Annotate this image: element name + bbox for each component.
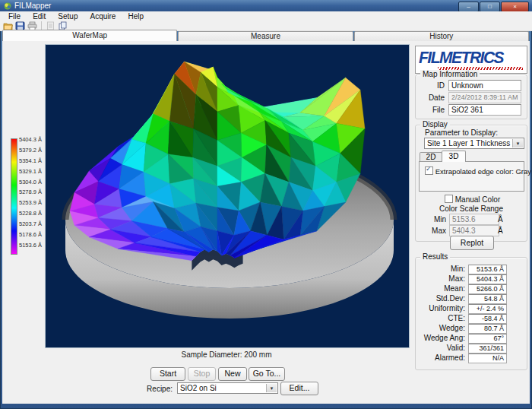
close-button[interactable]: ×: [501, 2, 529, 12]
file-label: File: [417, 106, 445, 114]
edge-color-label: Extrapolated edge color: Gray: [435, 167, 531, 176]
print-icon[interactable]: [27, 21, 37, 30]
menu-bar: FileEditSetupAcquireHelp: [0, 11, 532, 21]
parameter-value: Site 1 Layer 1 Thickness: [427, 139, 510, 147]
menu-acquire[interactable]: Acquire: [84, 12, 122, 21]
file-field[interactable]: SiO2 361: [448, 104, 521, 116]
date-field: 2/24/2012 8:39:11 AM: [448, 92, 521, 103]
scale-max-unit: Å: [498, 227, 508, 235]
sample-diameter-caption: Sample Diameter: 200 mm: [45, 350, 408, 359]
replot-button[interactable]: Replot: [450, 236, 494, 250]
tab-3d[interactable]: 3D: [442, 151, 466, 162]
chevron-down-icon[interactable]: ▼: [512, 139, 523, 147]
menu-file[interactable]: File: [2, 12, 27, 21]
results-title: Results: [420, 252, 450, 261]
app-icon: [4, 2, 11, 10]
result-label: Wedge Ang:: [417, 334, 465, 342]
result-value: 5404.3 Å: [468, 274, 507, 284]
result-label: Uniformity:: [417, 304, 465, 312]
toolbar-separator: [41, 21, 42, 30]
title-bar: FILMapper –□×: [0, 0, 532, 11]
result-label: Alarmed:: [417, 354, 465, 362]
parameter-combobox[interactable]: Site 1 Layer 1 Thickness ▼: [424, 138, 524, 149]
result-label: Mean:: [417, 284, 465, 293]
caption-buttons: –□×: [458, 2, 529, 12]
result-row-wedgeang: Wedge Ang:67°: [417, 334, 525, 344]
recipe-combobox[interactable]: SiO2 on Si ▼: [177, 382, 278, 394]
result-row-alarmed: Alarmed:N/A: [417, 354, 525, 363]
chevron-down-icon[interactable]: ▼: [266, 384, 277, 392]
display-title: Display: [420, 120, 450, 128]
result-row-max: Max:5404.3 Å: [417, 274, 525, 284]
logo-text: FILMETRICS: [419, 48, 503, 68]
tab-measure[interactable]: Measure: [178, 31, 353, 41]
check-icon: ✓: [426, 165, 432, 173]
scale-max-field: 5404.3: [449, 225, 499, 236]
display-group: Display Parameter to Display: Site 1 Lay…: [415, 125, 527, 242]
goto-button[interactable]: Go To...: [249, 367, 285, 381]
result-value: 361/361: [468, 344, 507, 354]
scale-max-label: Max: [417, 227, 446, 235]
result-value: N/A: [468, 354, 507, 363]
result-label: Wedge:: [417, 324, 465, 332]
map-information-group: Map Information ID Unknown Date 2/24/201…: [415, 75, 527, 119]
maximize-button[interactable]: □: [480, 2, 500, 12]
result-label: Min:: [417, 265, 465, 273]
colorbar-gradient: [11, 138, 17, 255]
result-label: Valid:: [417, 344, 465, 352]
scale-min-field: 5153.6: [449, 214, 499, 225]
result-row-uniformity: Uniformity:+/- 2.4 %: [417, 304, 525, 314]
result-label: Std.Dev:: [417, 294, 465, 303]
manual-color-label: Manual Color: [455, 195, 500, 204]
result-value: -58.4 Å: [468, 314, 507, 324]
stop-button: Stop: [188, 367, 216, 381]
result-value: 5153.6 Å: [468, 265, 507, 274]
start-button[interactable]: Start: [150, 367, 185, 381]
result-row-mean: Mean:5266.0 Å: [417, 284, 525, 294]
id-label: ID: [417, 81, 445, 90]
report-icon: [46, 21, 55, 30]
result-value: 5266.0 Å: [468, 284, 507, 294]
menu-setup[interactable]: Setup: [52, 12, 84, 21]
recipe-label: Recipe:: [141, 385, 173, 393]
app-window: FILMapper –□× FileEditSetupAcquireHelp W…: [0, 0, 532, 409]
window-title: FILMapper: [14, 2, 51, 10]
date-label: Date: [417, 94, 445, 102]
results-rows: Min:5153.6 ÅMax:5404.3 ÅMean:5266.0 ÅStd…: [417, 265, 525, 363]
result-row-min: Min:5153.6 Å: [417, 265, 525, 274]
view-options-panel: ✓ Extrapolated edge color: Gray: [419, 161, 524, 192]
scale-min-unit: Å: [498, 215, 508, 224]
result-value: 80.7 Å: [468, 324, 507, 334]
result-value: +/- 2.4 %: [468, 304, 507, 314]
result-value: 67°: [468, 334, 507, 344]
result-row-wedge: Wedge:80.7 Å: [417, 324, 525, 334]
result-label: Max:: [417, 274, 465, 283]
edge-color-checkbox[interactable]: ✓: [425, 166, 433, 175]
results-group: Results Min:5153.6 ÅMax:5404.3 ÅMean:526…: [415, 257, 527, 370]
new-button[interactable]: New: [218, 367, 247, 381]
result-label: CTE:: [417, 314, 465, 322]
copy-icon[interactable]: [58, 21, 68, 30]
result-row-stddev: Std.Dev:54.8 Å: [417, 294, 525, 304]
color-scale-range-title: Color Scale Range: [416, 204, 527, 213]
map-information-title: Map Information: [420, 70, 480, 78]
edit-recipe-button[interactable]: Edit...: [280, 382, 318, 395]
wafer-3d-plot[interactable]: [45, 44, 410, 348]
save-icon[interactable]: [15, 21, 25, 30]
menu-help[interactable]: Help: [122, 12, 150, 21]
parameter-label: Parameter to Display:: [425, 128, 524, 137]
menu-edit[interactable]: Edit: [27, 12, 52, 21]
tab-wafermap[interactable]: WaferMap: [2, 30, 177, 41]
result-value: 54.8 Å: [468, 294, 507, 304]
scale-min-label: Min: [417, 215, 446, 224]
id-field[interactable]: Unknown: [448, 80, 521, 91]
result-row-valid: Valid:361/361: [417, 344, 525, 354]
result-row-cte: CTE:-58.4 Å: [417, 314, 525, 324]
wafermap-page: 5404.3 Å5379.2 Å5354.1 Å5329.1 Å5304.0 Å…: [2, 41, 530, 404]
tab-history[interactable]: History: [354, 31, 529, 41]
recipe-value: SiO2 on Si: [180, 384, 217, 392]
wafer-surface-mesh: [46, 45, 409, 347]
minimize-button[interactable]: –: [458, 2, 479, 12]
open-icon[interactable]: [3, 21, 13, 30]
manual-color-checkbox[interactable]: [445, 195, 453, 203]
